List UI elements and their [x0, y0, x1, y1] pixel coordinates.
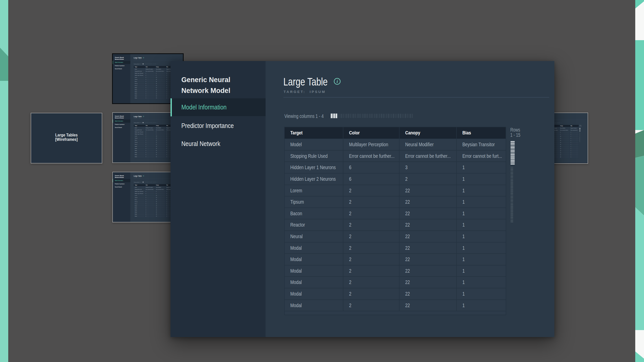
svg-text:i: i: [143, 57, 144, 58]
svg-text:i: i: [143, 175, 144, 176]
svg-text:i: i: [143, 116, 144, 117]
svg-text:i: i: [337, 79, 338, 84]
